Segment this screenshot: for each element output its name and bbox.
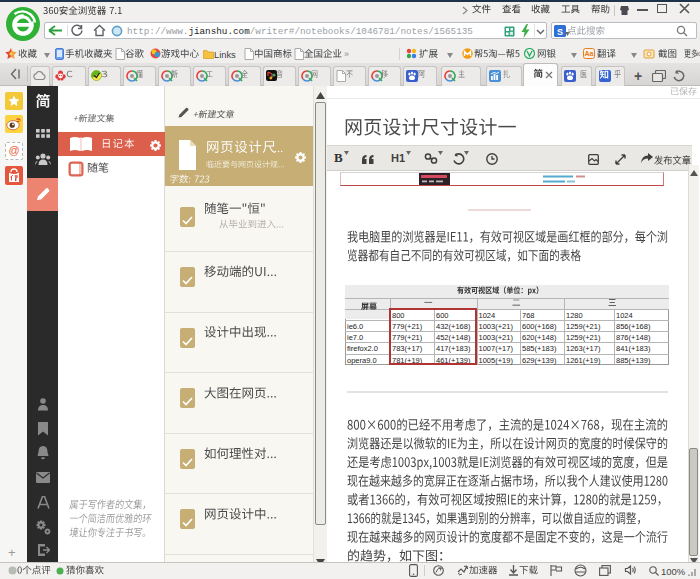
svg-text:S: S xyxy=(557,27,563,37)
svg-text:Aa: Aa xyxy=(585,50,594,57)
